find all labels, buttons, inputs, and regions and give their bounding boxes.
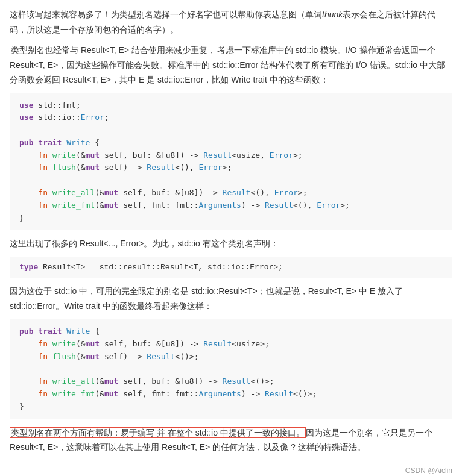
intro-paragraph: 这样读写起来就容易多了！为类型别名选择一个好名字也可以帮助你表达意图（单词thu… [10,7,452,37]
para1-highlight: 类型别名也经常与 Result<T, E> 结合使用来减少重复， [10,45,217,55]
code-block-1: use std::fmt; use std::io::Error; pub tr… [10,93,452,231]
intro-text: 这样读写起来就容易多了！为类型别名选择一个好名字也可以帮助你表达意图（单词 [10,10,322,19]
thunk-word: thunk [322,10,343,19]
code-block-2: pub trait Write { fn write(&mut self, bu… [10,319,452,419]
para4-highlight: 类型别名在两个方面有帮助：易于编写 并 在整个 std::io 中提供了一致的接… [10,427,306,438]
footer-text: CSDN @Aiclin [405,466,452,475]
para2-text: 这里出现了很多的 Result<..., Error>。为此，std::io 有… [10,239,279,248]
para1: 类型别名也经常与 Result<T, E> 结合使用来减少重复，考虑一下标准库中… [10,43,452,87]
code-pre-1: use std::fmt; use std::io::Error; pub tr… [19,99,443,225]
para4: 类型别名在两个方面有帮助：易于编写 并 在整个 std::io 中提供了一致的接… [10,425,452,455]
type-alias-line: type Result<T> = std::result::Result<T, … [10,257,452,278]
para3-text: 因为这位于 std::io 中，可用的完全限定的别名是 std::io::Res… [10,286,403,311]
para2: 这里出现了很多的 Result<..., Error>。为此，std::io 有… [10,236,452,251]
footer: CSDN @Aiclin [10,465,452,476]
type-alias-rest: Result<T> = std::result::Result<T, std::… [38,263,283,272]
type-keyword: type [19,263,38,272]
code-pre-2: pub trait Write { fn write(&mut self, bu… [19,325,443,413]
para3: 因为这位于 std::io 中，可用的完全限定的别名是 std::io::Res… [10,284,452,313]
